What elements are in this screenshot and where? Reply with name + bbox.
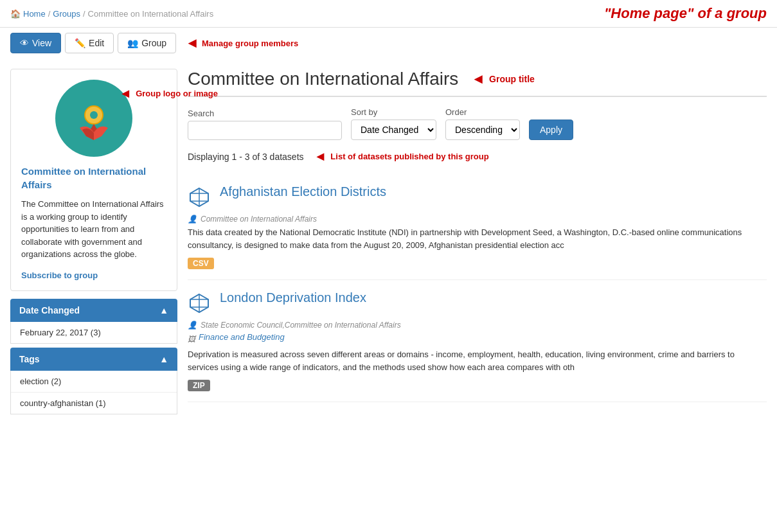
red-arrow-icon: ◄ [185, 35, 199, 51]
top-bar: 🏠 Home / Groups / Committee on Internati… [0, 0, 777, 28]
subscribe-link[interactable]: Subscribe to group [21, 270, 98, 280]
view-button[interactable]: 👁 View [10, 33, 61, 53]
main-layout: ◄ Group logo or image Committee on Inter… [0, 58, 777, 425]
dataset-group-tag-2: 🖼 Finance and Budgeting [188, 332, 767, 346]
dataset-item-2: London Deprivation Index 👤 State Economi… [188, 280, 767, 402]
results-info: Displaying 1 - 3 of 3 datasets [188, 152, 304, 162]
dataset-header-2: London Deprivation Index [188, 290, 767, 317]
cube-icon-1 [188, 186, 211, 209]
datasets-annotation: ◄ List of datasets published by this gro… [314, 149, 489, 164]
edit-button[interactable]: ✏️ Edit [65, 33, 114, 53]
dataset-header-1: Afghanistan Election Districts [188, 184, 767, 211]
dataset-desc-1: This data created by the National Democr… [188, 226, 767, 251]
filter-item-election[interactable]: election (2) [11, 371, 177, 393]
group-title: Committee on International Affairs [188, 69, 458, 89]
search-group: Search [188, 109, 342, 140]
title-annotation: ◄ Group title [471, 71, 535, 87]
breadcrumb-sep2: / [83, 9, 85, 19]
filter-item-country[interactable]: country-afghanistan (1) [11, 393, 177, 414]
tags-filter-body: election (2) country-afghanistan (1) [10, 371, 177, 414]
main-content: Committee on International Affairs ◄ Gro… [188, 69, 767, 414]
tags-filter-chevron: ▲ [159, 354, 168, 364]
tags-filter-section: Tags ▲ election (2) country-afghanistan … [10, 348, 177, 414]
group-description: The Committee on International Affairs i… [21, 198, 166, 261]
group-logo-svg [68, 93, 120, 144]
dataset-item-1: Afghanistan Election Districts 👤 Committ… [188, 174, 767, 280]
order-label: Order [445, 107, 520, 117]
logo-annotation: ◄ Group logo or image [119, 86, 218, 101]
search-label: Search [188, 109, 342, 118]
dataset-icon-2 [188, 292, 211, 317]
svg-point-1 [90, 111, 98, 119]
apply-button[interactable]: Apply [529, 120, 573, 140]
order-select[interactable]: Descending Ascending [445, 120, 520, 140]
group-title-row: Committee on International Affairs ◄ Gro… [188, 69, 767, 97]
tags-filter-header[interactable]: Tags ▲ [10, 348, 177, 371]
dataset-meta-2: 👤 State Economic Council,Committee on In… [188, 321, 767, 330]
sidebar: ◄ Group logo or image Committee on Inter… [10, 69, 177, 414]
date-filter-label: Date Changed [19, 305, 80, 315]
order-group: Order Descending Ascending [445, 107, 520, 140]
date-filter-body: February 22, 2017 (3) [10, 322, 177, 344]
search-input[interactable] [188, 121, 342, 140]
filter-item-date[interactable]: February 22, 2017 (3) [11, 322, 177, 343]
dataset-icon-1 [188, 186, 211, 211]
pencil-icon: ✏️ [75, 38, 85, 48]
sort-by-label: Sort by [351, 107, 436, 117]
dataset-title-link-1[interactable]: Afghanistan Election Districts [220, 184, 386, 199]
dataset-title-area-2: London Deprivation Index [220, 290, 366, 305]
breadcrumb-current: Committee on International Affairs [88, 9, 214, 19]
tag-icon-2: 🖼 [188, 335, 195, 344]
csv-badge-1: CSV [188, 258, 214, 269]
group-icon: 👥 [127, 38, 138, 48]
dataset-title-area-1: Afghanistan Election Districts [220, 184, 386, 199]
zip-badge-2: ZIP [188, 380, 210, 391]
group-info-card: ◄ Group logo or image Committee on Inter… [10, 69, 177, 291]
breadcrumb: 🏠 Home / Groups / Committee on Internati… [10, 9, 213, 19]
groups-link[interactable]: Groups [53, 9, 80, 19]
cube-icon-2 [188, 292, 211, 315]
date-filter-header[interactable]: Date Changed ▲ [10, 299, 177, 322]
sort-by-select[interactable]: Date Changed Title Relevance [351, 120, 436, 140]
results-row: Displaying 1 - 3 of 3 datasets ◄ List of… [188, 149, 767, 164]
group-button[interactable]: 👥 Group [118, 33, 176, 53]
dataset-title-link-2[interactable]: London Deprivation Index [220, 290, 366, 305]
finance-link-2[interactable]: Finance and Budgeting [199, 332, 285, 342]
org-icon-1: 👤 [188, 215, 197, 224]
org-icon-2: 👤 [188, 321, 197, 330]
date-filter-section: Date Changed ▲ February 22, 2017 (3) [10, 299, 177, 344]
home-icon: 🏠 [10, 9, 21, 19]
toolbar: 👁 View ✏️ Edit 👥 Group ◄ Manage group me… [0, 28, 777, 58]
manage-group-annotation: ◄ Manage group members [185, 35, 298, 51]
group-logo-container: ◄ Group logo or image [21, 80, 166, 157]
sort-by-group: Sort by Date Changed Title Relevance [351, 107, 436, 140]
group-name-link[interactable]: Committee on International Affairs [21, 164, 166, 191]
dataset-meta-1: 👤 Committee on International Affairs [188, 215, 767, 224]
homepage-annotation: "Home page" of a group [604, 5, 767, 22]
breadcrumb-sep1: / [48, 9, 51, 19]
search-bar: Search Sort by Date Changed Title Releva… [188, 107, 767, 140]
date-filter-chevron: ▲ [159, 305, 168, 315]
eye-icon: 👁 [20, 38, 29, 48]
home-link[interactable]: Home [23, 9, 46, 19]
dataset-desc-2: Deprivation is measured across seven dif… [188, 348, 767, 373]
tags-filter-label: Tags [19, 354, 40, 364]
